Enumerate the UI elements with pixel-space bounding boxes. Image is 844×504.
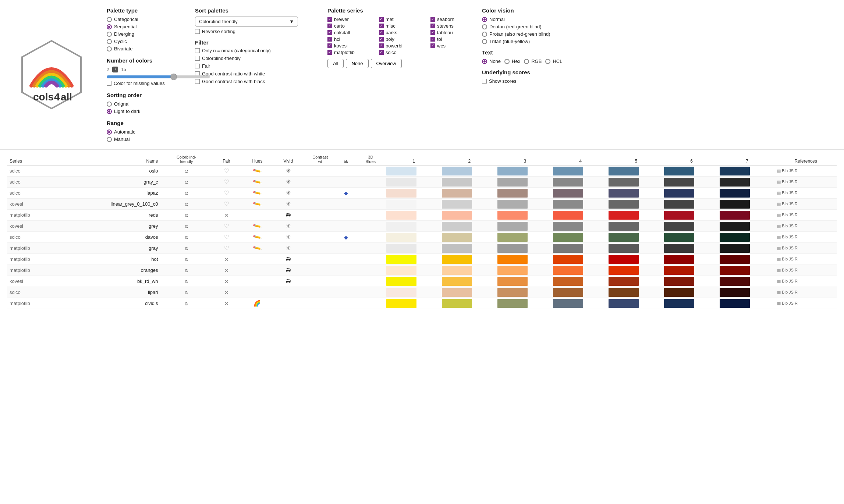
- cell-color-4[interactable]: [553, 199, 608, 210]
- ref-bib[interactable]: Bib: [782, 202, 788, 206]
- cell-color-1[interactable]: [386, 166, 441, 177]
- ref-js[interactable]: JS: [789, 268, 794, 273]
- cell-color-6[interactable]: [664, 188, 719, 199]
- series-poly[interactable]: poly: [379, 36, 427, 42]
- cv-normal[interactable]: Normal: [482, 17, 833, 22]
- series-tol[interactable]: tol: [430, 36, 478, 42]
- cell-color-5[interactable]: [608, 276, 664, 287]
- cell-color-7[interactable]: [719, 254, 775, 265]
- palette-sequential[interactable]: Sequential: [107, 24, 180, 29]
- cell-color-3[interactable]: [497, 166, 553, 177]
- cell-color-7[interactable]: [719, 221, 775, 232]
- ref-bib[interactable]: Bib: [782, 257, 788, 262]
- cell-color-2[interactable]: [441, 199, 497, 210]
- cell-color-1[interactable]: [386, 276, 441, 287]
- range-manual[interactable]: Manual: [107, 136, 180, 142]
- cell-color-4[interactable]: [553, 287, 608, 298]
- series-wes[interactable]: wes: [430, 43, 478, 49]
- ref-js[interactable]: JS: [789, 301, 794, 306]
- cell-color-2[interactable]: [441, 254, 497, 265]
- ref-r[interactable]: R: [795, 213, 798, 217]
- cell-color-3[interactable]: [497, 276, 553, 287]
- range-automatic[interactable]: Automatic: [107, 129, 180, 135]
- cell-color-7[interactable]: [719, 232, 775, 243]
- filter-nmax[interactable]: Only n = nmax (categorical only): [195, 48, 313, 53]
- cell-color-4[interactable]: [553, 254, 608, 265]
- series-cols4all[interactable]: cols4all: [327, 30, 375, 35]
- text-rgb[interactable]: RGB: [524, 58, 542, 64]
- ref-r[interactable]: R: [795, 235, 798, 239]
- cell-color-3[interactable]: [497, 221, 553, 232]
- ref-bib[interactable]: Bib: [782, 290, 788, 295]
- cell-color-5[interactable]: [608, 287, 664, 298]
- cell-color-3[interactable]: [497, 243, 553, 254]
- series-seaborn[interactable]: seaborn: [430, 17, 478, 22]
- cell-color-5[interactable]: [608, 166, 664, 177]
- cell-color-2[interactable]: [441, 188, 497, 199]
- cell-color-4[interactable]: [553, 188, 608, 199]
- cell-color-6[interactable]: [664, 254, 719, 265]
- ref-bib[interactable]: Bib: [782, 180, 788, 184]
- color-slider-track[interactable]: [107, 75, 210, 78]
- cell-color-7[interactable]: [719, 177, 775, 188]
- ref-bib[interactable]: Bib: [782, 246, 788, 251]
- cell-color-7[interactable]: [719, 298, 775, 309]
- palette-bivariate[interactable]: Bivariate: [107, 46, 180, 52]
- cell-color-5[interactable]: [608, 232, 664, 243]
- cell-color-1[interactable]: [386, 298, 441, 309]
- cell-color-2[interactable]: [441, 177, 497, 188]
- cell-color-3[interactable]: [497, 298, 553, 309]
- cell-color-2[interactable]: [441, 232, 497, 243]
- cell-color-2[interactable]: [441, 243, 497, 254]
- text-hcl[interactable]: HCL: [545, 58, 562, 64]
- cell-color-5[interactable]: [608, 254, 664, 265]
- cv-deutan[interactable]: Deutan (red-green blind): [482, 24, 833, 29]
- show-scores-checkbox[interactable]: Show scores: [482, 78, 833, 84]
- series-kovesi[interactable]: kovesi: [327, 43, 375, 49]
- cell-color-5[interactable]: [608, 188, 664, 199]
- slider-thumb[interactable]: [170, 74, 177, 80]
- series-tableau[interactable]: tableau: [430, 30, 478, 35]
- cell-color-7[interactable]: [719, 188, 775, 199]
- cell-color-4[interactable]: [553, 265, 608, 276]
- cell-color-6[interactable]: [664, 221, 719, 232]
- filter-colorblind[interactable]: Colorblind-friendly: [195, 56, 313, 61]
- cell-color-5[interactable]: [608, 177, 664, 188]
- reverse-sorting-checkbox[interactable]: Reverse sorting: [195, 29, 313, 34]
- btn-all[interactable]: All: [327, 59, 344, 68]
- ref-js[interactable]: JS: [789, 235, 794, 239]
- cell-color-6[interactable]: [664, 199, 719, 210]
- cell-color-4[interactable]: [553, 232, 608, 243]
- ref-bib[interactable]: Bib: [782, 301, 788, 306]
- text-hex[interactable]: Hex: [504, 58, 520, 64]
- ref-js[interactable]: JS: [789, 224, 794, 228]
- cell-color-5[interactable]: [608, 199, 664, 210]
- cell-color-1[interactable]: [386, 232, 441, 243]
- cell-color-3[interactable]: [497, 232, 553, 243]
- cell-color-5[interactable]: [608, 210, 664, 221]
- cell-color-6[interactable]: [664, 210, 719, 221]
- ref-bib[interactable]: Bib: [782, 224, 788, 228]
- cell-color-1[interactable]: [386, 199, 441, 210]
- filter-fair[interactable]: Fair: [195, 63, 313, 69]
- cv-protan[interactable]: Protan (also red-green blind): [482, 31, 833, 37]
- cell-color-4[interactable]: [553, 177, 608, 188]
- sort-dropdown[interactable]: Colorblind-friendly ▼: [195, 17, 298, 26]
- series-misc[interactable]: misc: [379, 23, 427, 29]
- cell-color-3[interactable]: [497, 188, 553, 199]
- color-missing-checkbox[interactable]: Color for missing values: [107, 81, 180, 86]
- series-carto[interactable]: carto: [327, 23, 375, 29]
- ref-r[interactable]: R: [795, 168, 798, 173]
- cell-color-4[interactable]: [553, 276, 608, 287]
- ref-bib[interactable]: Bib: [782, 279, 788, 284]
- cell-color-7[interactable]: [719, 265, 775, 276]
- cell-color-4[interactable]: [553, 243, 608, 254]
- cell-color-3[interactable]: [497, 210, 553, 221]
- cell-color-3[interactable]: [497, 265, 553, 276]
- cell-color-6[interactable]: [664, 232, 719, 243]
- cell-color-1[interactable]: [386, 221, 441, 232]
- palette-categorical[interactable]: Categorical: [107, 17, 180, 22]
- cell-color-1[interactable]: [386, 265, 441, 276]
- filter-contrast-white[interactable]: Good contrast ratio with white: [195, 71, 313, 77]
- cell-color-4[interactable]: [553, 166, 608, 177]
